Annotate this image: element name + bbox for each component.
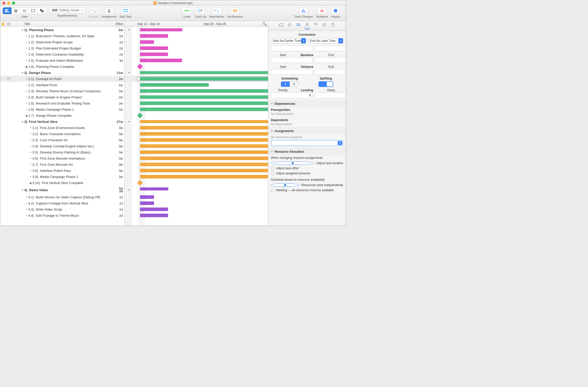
outline-task-row[interactable]: •2.2) Interface Push1w xyxy=(0,82,124,88)
inspect-button[interactable]: i xyxy=(331,7,340,14)
task-bar[interactable] xyxy=(140,175,268,178)
task-bar[interactable] xyxy=(140,138,268,142)
task-bar[interactable] xyxy=(140,150,268,154)
task-bar[interactable] xyxy=(140,195,154,199)
gantt-row[interactable] xyxy=(125,180,268,186)
summary-bar[interactable] xyxy=(140,71,268,74)
outline-task-row[interactable]: •1.4) Determine Contractor Availability2… xyxy=(0,51,124,57)
styles-tab-icon[interactable] xyxy=(313,22,318,27)
baseline-actual-picker[interactable]: Editing: Actual ▾ xyxy=(49,7,85,13)
gantt-row[interactable] xyxy=(125,194,268,200)
task-bar[interactable] xyxy=(140,201,154,205)
outline-task-row[interactable]: •3.3) Core Character Art3w xyxy=(0,137,124,143)
gantt-row[interactable] xyxy=(125,76,268,82)
task-bar[interactable] xyxy=(140,169,268,172)
task-bar[interactable] xyxy=(140,34,168,38)
outline-task-row[interactable]: •1.1) Brainstorm Themes, Audience, Art S… xyxy=(0,33,124,39)
gantt-row[interactable] xyxy=(125,131,268,137)
task-bar[interactable] xyxy=(140,40,154,44)
outline-task-row[interactable]: •1.3) Plan Estimated Project Budget2d xyxy=(0,45,124,51)
connect-button[interactable] xyxy=(89,7,98,14)
gantt-row[interactable] xyxy=(125,174,268,180)
gantt-row[interactable] xyxy=(125,63,268,70)
gantt-row[interactable] xyxy=(125,212,268,218)
gantt-row[interactable] xyxy=(125,39,268,45)
milestone-diamond[interactable] xyxy=(137,180,143,186)
calendar-view-icon[interactable] xyxy=(20,7,29,14)
alap-icon[interactable]: ⟫ xyxy=(290,82,298,87)
gantt-row[interactable]: ▼ xyxy=(125,70,268,76)
milestone-tab-icon[interactable] xyxy=(287,22,292,27)
baseline-end-input[interactable] xyxy=(315,57,346,63)
disclosure-icon[interactable]: ▼ xyxy=(128,189,130,191)
task-bar[interactable] xyxy=(140,157,268,160)
gantt-row[interactable] xyxy=(125,206,268,212)
variance-start-input[interactable] xyxy=(271,69,313,75)
outline-group-row[interactable]: ▼3) First Vertical Slice27w xyxy=(0,119,124,125)
outline-task-row[interactable]: •1.2) Determine Project Scope1d xyxy=(0,39,124,45)
hand-col-icon[interactable]: ✋ xyxy=(0,22,6,26)
outline-task-row[interactable]: •3.2) Basic Character Animations3w xyxy=(0,131,124,137)
disclosure-icon[interactable]: ▼ xyxy=(21,120,24,123)
close-icon[interactable] xyxy=(2,2,5,5)
milestone-diamond[interactable] xyxy=(137,113,143,119)
start-constraint-date[interactable] xyxy=(271,46,313,51)
gantt-row[interactable] xyxy=(125,33,268,39)
gantt-row[interactable] xyxy=(125,149,268,155)
gantt-row[interactable] xyxy=(125,200,268,206)
outline-group-row[interactable]: ▼4) Demo Video1w2d xyxy=(0,186,124,194)
task-bar[interactable] xyxy=(140,214,168,217)
custom-data-tab-icon[interactable] xyxy=(322,22,327,27)
baseline-start-input[interactable] xyxy=(271,57,313,63)
outline-task-row[interactable]: •2.1) Concept Art Push2w xyxy=(0,76,124,82)
task-bar[interactable] xyxy=(140,144,268,148)
task-bar[interactable] xyxy=(140,83,209,87)
project-tab-icon[interactable] xyxy=(278,22,284,27)
gantt-row[interactable] xyxy=(125,161,268,167)
task-bar[interactable] xyxy=(140,77,268,81)
task-bar[interactable] xyxy=(140,208,168,211)
splitting-switch[interactable] xyxy=(318,81,333,87)
outline-task-row[interactable]: •4.3) Write Video Script2d xyxy=(0,206,124,212)
opt-duration-row[interactable]: Adjust task duration xyxy=(271,161,343,166)
gantt-row[interactable] xyxy=(125,155,268,161)
gantt-row[interactable] xyxy=(125,167,268,174)
gantt-row[interactable]: ▼ xyxy=(125,119,268,125)
gantt-view-icon[interactable] xyxy=(3,7,11,14)
search-icon[interactable]: 🔍 xyxy=(262,22,267,26)
outline-task-row[interactable]: ◆1.6) Planning Phase Complete xyxy=(0,63,124,70)
gantt-row[interactable] xyxy=(125,82,268,88)
network-view-icon[interactable] xyxy=(29,7,37,14)
level-button[interactable] xyxy=(182,7,191,14)
gantt-row[interactable] xyxy=(125,143,268,149)
outline-task-row[interactable]: •3.6) First Zone Monster Animations3w xyxy=(0,155,124,161)
task-bar[interactable] xyxy=(140,95,268,99)
disclosure-icon[interactable]: ▼ xyxy=(128,71,130,74)
title-column-header[interactable]: Title xyxy=(11,22,110,26)
task-bar[interactable] xyxy=(140,89,268,93)
outline-task-row[interactable]: •3.8) Interface Polish Pass3w xyxy=(0,167,124,174)
summary-bar[interactable] xyxy=(140,187,168,190)
outline-task-row[interactable]: •1.5) Evaluate and Select Middleware3d xyxy=(0,57,124,63)
gantt-row[interactable]: ▼ xyxy=(125,186,268,194)
disclosure-icon[interactable]: ▼ xyxy=(21,29,24,31)
outline-group-row[interactable]: ▼1) Planning Phase2w xyxy=(0,27,124,33)
disclosure-icon[interactable]: ▼ xyxy=(21,189,24,191)
opt-amounts-row[interactable]: Adjust assigned amounts xyxy=(271,171,343,176)
outline-task-row[interactable]: •2.5) Research and Evaluate Testing Tool… xyxy=(0,100,124,106)
resource-view-icon[interactable] xyxy=(11,7,20,14)
outline-task-row[interactable]: ◆3.10) First Vertical Slice Complete xyxy=(0,180,124,186)
opt-independent-row[interactable]: Resources work independently xyxy=(271,183,343,188)
disclosure-icon[interactable]: ▼ xyxy=(128,120,130,123)
gantt-row[interactable] xyxy=(125,106,268,112)
catch-up-button[interactable] xyxy=(196,7,205,14)
task-bar[interactable] xyxy=(140,126,268,130)
outline-task-row[interactable]: •2.3) Develop Theme Music (Contract Comp… xyxy=(0,88,124,94)
outline-task-row[interactable]: •3.7) First Zone Monster Art3w xyxy=(0,161,124,167)
minimize-icon[interactable] xyxy=(7,2,10,5)
summary-bar[interactable] xyxy=(140,120,268,123)
split-task-button[interactable] xyxy=(121,7,130,14)
dependencies-header[interactable]: ▼Dependencies xyxy=(268,100,346,107)
variance-end-input[interactable] xyxy=(315,69,346,75)
opt-effort-row[interactable]: Adjust task effort xyxy=(271,166,343,171)
